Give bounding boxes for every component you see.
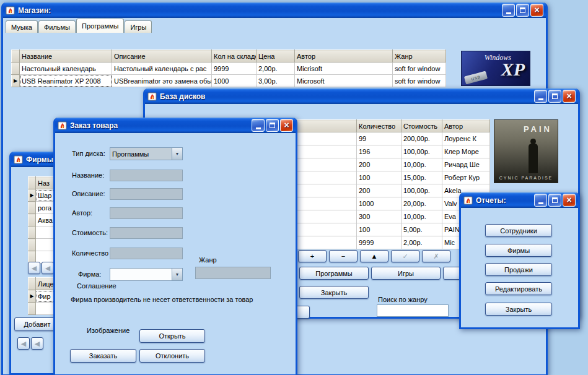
- maximize-icon: [552, 197, 558, 203]
- cell[interactable]: 100,00р.: [402, 145, 442, 158]
- cell[interactable]: 10,00р.: [402, 158, 442, 171]
- cell[interactable]: 99: [357, 132, 402, 145]
- album-cover-image: PAIN CYNIC PARADISE: [494, 119, 558, 183]
- minimize-button[interactable]: [502, 4, 515, 17]
- shop-titlebar[interactable]: Магазин: ×: [3, 2, 546, 18]
- cell[interactable]: 10,00р.: [402, 210, 442, 223]
- order-titlebar[interactable]: Заказ товара ×: [55, 118, 296, 133]
- cell[interactable]: 9999: [357, 236, 402, 249]
- firms-report-button[interactable]: Фирмы: [485, 244, 552, 257]
- maximize-button[interactable]: [548, 194, 561, 207]
- cell[interactable]: 1000: [357, 197, 402, 210]
- column-header: Название: [20, 50, 112, 62]
- cell[interactable]: USBreanimator это замена обы: [112, 75, 212, 87]
- open-image-button[interactable]: Открыть: [139, 329, 205, 343]
- close-icon: ×: [566, 90, 571, 102]
- nav-prior-button[interactable]: ◀: [31, 337, 43, 350]
- reports-titlebar[interactable]: Отчеты: ×: [461, 192, 578, 208]
- maximize-icon: [520, 7, 525, 13]
- programs-button[interactable]: Программы: [299, 267, 369, 280]
- cell[interactable]: Настольный календарь: [20, 62, 112, 75]
- minimize-button[interactable]: [534, 194, 547, 207]
- order-button[interactable]: Заказать: [70, 349, 136, 363]
- cell[interactable]: 300: [357, 210, 402, 223]
- cell[interactable]: 15,00р.: [402, 171, 442, 184]
- tab-music[interactable]: Муыка: [6, 20, 38, 33]
- cell[interactable]: Настольный календарь с рас: [112, 62, 212, 75]
- tab-games[interactable]: Игры: [125, 20, 152, 33]
- sales-report-button[interactable]: Продажи: [485, 263, 552, 276]
- quantity-label: Количество: [72, 249, 108, 257]
- nav-first-button[interactable]: ◀: [28, 262, 40, 274]
- firms-window-title: Фирмы:: [26, 155, 56, 164]
- maximize-icon: [552, 93, 558, 99]
- disks-titlebar[interactable]: База дисков ×: [145, 88, 578, 104]
- chevron-down-icon[interactable]: ▼: [172, 148, 182, 160]
- cell[interactable]: 200: [357, 158, 402, 171]
- cell[interactable]: Micrisoft: [295, 62, 393, 75]
- cell[interactable]: Microsoft: [295, 75, 393, 87]
- cell[interactable]: USB Reanimator XP 2008: [20, 75, 112, 87]
- maximize-button[interactable]: [548, 90, 561, 103]
- cell[interactable]: 20,00р.: [402, 197, 442, 210]
- table-row-selected[interactable]: ▶ USB Reanimator XP 2008 USBreanimator э…: [12, 75, 446, 87]
- cell[interactable]: 200: [357, 184, 402, 197]
- cell[interactable]: 200,00р.: [402, 132, 442, 145]
- grid-header-row: Название Описание Кол на складе Цена Авт…: [12, 50, 446, 62]
- cell[interactable]: 100: [357, 171, 402, 184]
- column-header: Количество: [357, 120, 402, 132]
- agreement-text: Фирма производитель не несет ответственн…: [71, 296, 253, 303]
- category-tabs: Муыка Фильмы Программы Игры: [6, 19, 152, 33]
- close-button[interactable]: ×: [563, 90, 576, 103]
- cell[interactable]: soft for window: [393, 75, 446, 87]
- cell[interactable]: Лоуренс К: [442, 132, 490, 145]
- products-grid: Название Описание Кол на складе Цена Авт…: [11, 50, 446, 87]
- maximize-button[interactable]: [516, 4, 529, 17]
- close-button[interactable]: ×: [280, 119, 293, 132]
- name-field: [110, 170, 183, 181]
- nav-edit-button[interactable]: ▲: [360, 250, 388, 262]
- nav-insert-button[interactable]: +: [298, 250, 327, 262]
- games-button[interactable]: Игры: [371, 267, 441, 280]
- album-figure: [529, 144, 538, 173]
- disk-type-combobox[interactable]: Прогпаммы ▼: [110, 147, 183, 160]
- cell[interactable]: 3,00р.: [257, 75, 295, 87]
- cell[interactable]: Роберт Кур: [442, 171, 490, 184]
- tab-label: Фильмы: [44, 24, 70, 31]
- cell[interactable]: soft for window: [393, 62, 446, 75]
- nav-prior-button[interactable]: ◀: [42, 262, 54, 274]
- cell[interactable]: Клер Море: [442, 145, 490, 158]
- nav-delete-button[interactable]: −: [329, 250, 358, 262]
- table-row[interactable]: Настольный календарь Настольный календар…: [12, 62, 446, 75]
- row-indicator-icon: ▶: [30, 293, 33, 299]
- nav-first-button[interactable]: ◀: [17, 337, 30, 350]
- employees-report-button[interactable]: Сотрудники: [485, 224, 552, 237]
- cell[interactable]: 2,00р.: [402, 236, 442, 249]
- close-button[interactable]: ×: [530, 4, 543, 17]
- tab-films[interactable]: Фильмы: [38, 20, 76, 33]
- close-reports-button[interactable]: Закрыть: [485, 303, 552, 316]
- cell[interactable]: 9999: [212, 62, 257, 75]
- cell[interactable]: 1000: [212, 75, 257, 87]
- genre-search-input[interactable]: [377, 304, 449, 317]
- cell[interactable]: 5,00р.: [402, 223, 442, 236]
- firm-combobox[interactable]: ▼: [110, 268, 183, 281]
- close-button[interactable]: ×: [563, 194, 576, 207]
- minimize-button[interactable]: [534, 90, 547, 103]
- genre-label: Жанр: [199, 256, 217, 264]
- minimize-button[interactable]: [252, 119, 265, 132]
- app-icon: [147, 92, 157, 101]
- close-disks-button[interactable]: Закрыть: [299, 286, 369, 299]
- maximize-button[interactable]: [266, 119, 279, 132]
- app-icon: [463, 196, 473, 205]
- arrow-left-icon: ◀: [35, 340, 40, 348]
- cell[interactable]: 100: [357, 223, 402, 236]
- decline-button[interactable]: Отклонить: [139, 349, 205, 363]
- tab-programs[interactable]: Программы: [76, 19, 124, 33]
- cell[interactable]: 100,00р.: [402, 184, 442, 197]
- cell[interactable]: Ричард Ше: [442, 158, 490, 171]
- cell[interactable]: 2,00р.: [257, 62, 295, 75]
- cell[interactable]: 196: [357, 145, 402, 158]
- chevron-down-icon[interactable]: ▼: [172, 269, 182, 280]
- edit-report-button[interactable]: Редактировать: [485, 282, 552, 295]
